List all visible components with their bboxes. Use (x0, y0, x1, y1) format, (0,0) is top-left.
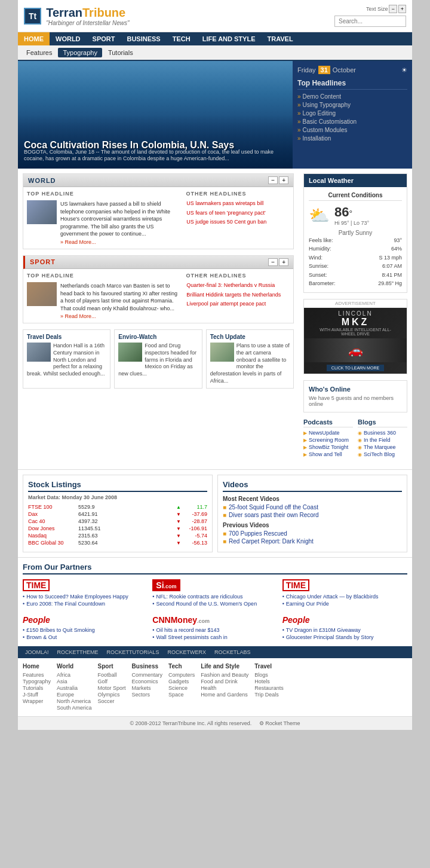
nav-life-style[interactable]: LIFE AND STYLE (196, 32, 262, 45)
footer-rocketlabs[interactable]: ROCKETLABS (212, 649, 253, 655)
footer-science[interactable]: Science (168, 685, 195, 691)
nav-home[interactable]: HOME (18, 32, 50, 45)
world-expand-btn[interactable]: + (279, 176, 288, 184)
footer-hotels[interactable]: Hotels (254, 678, 284, 684)
partner-cnn-link-2[interactable]: Wall Street pessimists cash in (152, 634, 277, 640)
blog-4[interactable]: ◉SciTech Blog (358, 451, 407, 457)
footer-features[interactable]: Features (23, 672, 51, 678)
world-other-1[interactable]: US lawmakers pass wiretaps bill (186, 200, 290, 207)
nav-world[interactable]: WORLD (50, 32, 87, 45)
footer-typography[interactable]: Typography (23, 678, 51, 684)
video-recent-2[interactable]: ■Diver soars past their own Record (223, 512, 402, 518)
footer-space[interactable]: Space (168, 692, 195, 698)
footer-restaurants[interactable]: Restaurants (254, 685, 284, 691)
footer-rockettheme[interactable]: ROCKETTHEME (55, 649, 101, 655)
footer-rockettutorials[interactable]: ROCKETTUTORIALS (105, 649, 162, 655)
footer-food[interactable]: Food and Drink (201, 678, 248, 684)
footer-home-gardens[interactable]: Home and Gardens (201, 692, 248, 698)
footer-golf[interactable]: Golf (98, 678, 126, 684)
partner-si-link-2[interactable]: Second Round of the U.S. Women's Open (152, 601, 277, 607)
nav-business[interactable]: BUSINESS (121, 32, 166, 45)
partner-people-link-2[interactable]: Brown & Out (23, 634, 148, 640)
partner-time-link-1[interactable]: How to Succeed? Make Employees Happy (23, 594, 148, 600)
blog-1[interactable]: ◉Business 360 (358, 430, 407, 436)
temp-unit: ° (349, 209, 352, 218)
partner-cnn-link-1[interactable]: Oil hits a record near $143 (152, 627, 277, 633)
footer-soccer[interactable]: Soccer (98, 698, 126, 704)
footer-europe[interactable]: Europe (57, 692, 92, 698)
time-logo-2: TIME (282, 579, 309, 591)
partner-si-link-1[interactable]: NFL: Rookie contracts are ridiculous (152, 594, 277, 600)
footer-south-america[interactable]: South America (57, 705, 92, 711)
podcast-2[interactable]: ▶Screening Room (303, 437, 353, 443)
sport-collapse-btn[interactable]: − (268, 258, 278, 266)
video-prev-2[interactable]: ■Red Carpet Report: Dark Knight (223, 538, 402, 545)
sport-other-3[interactable]: Liverpool pair attempt peace pact (186, 301, 290, 308)
nav-tech[interactable]: TECH (167, 32, 196, 45)
partner-time-link-2[interactable]: Euro 2008: The Final Countdown (23, 601, 148, 607)
sport-other-1[interactable]: Quarter-final 3: Netherlands v Russia (186, 282, 290, 289)
text-decrease-button[interactable]: − (389, 5, 397, 13)
video-recent-1[interactable]: ■25-foot Squid Found off the Coast (223, 504, 402, 511)
sub-nav-typography[interactable]: Typography (58, 48, 102, 57)
sport-other-2[interactable]: Brilliant Hiddink targets the Netherland… (186, 292, 290, 299)
podcast-4[interactable]: ▶Show and Tell (303, 451, 353, 457)
sub-nav-tutorials[interactable]: Tutorials (103, 48, 138, 57)
video-prev-1[interactable]: ■700 Puppies Rescued (223, 530, 402, 537)
world-other-2[interactable]: US fears of teen 'pregnancy pact' (186, 210, 290, 217)
nav-travel[interactable]: TRAVEL (261, 32, 299, 45)
world-read-more[interactable]: Read More... (60, 239, 96, 245)
footer-wrapper[interactable]: Wrapper (23, 698, 51, 704)
podcast-1[interactable]: ▶NewsUpdate (303, 430, 353, 436)
footer-gadgets[interactable]: Gadgets (168, 678, 195, 684)
footer-col-business: Business Commentary Economics Markets Se… (132, 663, 163, 711)
footer-rocketwerx[interactable]: ROCKETWERX (165, 649, 208, 655)
footer-economics[interactable]: Economics (132, 678, 163, 684)
footer-sectors[interactable]: Sectors (132, 692, 163, 698)
sport-expand-btn[interactable]: + (279, 258, 288, 266)
sport-read-more[interactable]: Read More... (60, 313, 96, 319)
ad-box: ADVERTISEMENT LINCOLN MKZ WITH AVAILABLE… (303, 299, 407, 374)
weather-title: Local Weather (304, 174, 407, 187)
footer-africa[interactable]: Africa (57, 672, 92, 678)
search-input[interactable] (334, 16, 406, 27)
headline-install: Installation (297, 135, 407, 142)
blog-3[interactable]: ◉The Marquee (358, 444, 407, 450)
world-collapse-btn[interactable]: − (268, 176, 278, 184)
footer-asia[interactable]: Asia (57, 678, 92, 684)
footer-joomla[interactable]: JOOMLA! (23, 649, 51, 655)
footer-fashion[interactable]: Fashion and Beauty (201, 672, 248, 678)
footer-trip-deals[interactable]: Trip Deals (254, 692, 284, 698)
bottom-section: Stock Listings Market Data: Monday 30 Ju… (18, 469, 412, 557)
footer-computers[interactable]: Computers (168, 672, 195, 678)
footer-australia[interactable]: Australia (57, 685, 92, 691)
footer-north-america[interactable]: North America (57, 698, 92, 704)
footer-football[interactable]: Football (98, 672, 126, 678)
sub-nav-features[interactable]: Features (22, 48, 57, 57)
world-col-headers: TOP HEADLINE OTHER HEADLINES (27, 191, 290, 197)
footer-blogs[interactable]: Blogs (254, 672, 284, 678)
partner-people2-link-2[interactable]: Gloucester Principal Stands by Story (282, 634, 407, 640)
footer-markets[interactable]: Markets (132, 685, 163, 691)
footer-motor-sport[interactable]: Motor Sport (98, 685, 126, 691)
logo-initials: Tt (29, 11, 36, 21)
sport-main-text: Netherlands coach Marco van Basten is se… (60, 282, 182, 312)
blog-2[interactable]: ◉In the Field (358, 437, 407, 443)
world-other-3[interactable]: US judge issues 50 Cent gun ban (186, 219, 290, 226)
nav-sport[interactable]: SPORT (87, 32, 121, 45)
text-increase-button[interactable]: + (398, 5, 406, 13)
footer-olympics[interactable]: Olympics (98, 692, 126, 698)
ad-cta-button[interactable]: CLICK TO LEARN MORE (327, 365, 384, 371)
footer-health[interactable]: Health (201, 685, 248, 691)
podcast-3[interactable]: ▶ShowBiz Tonight (303, 444, 353, 450)
partner-people-link-1[interactable]: £150 Bribes to Quit Smoking (23, 627, 148, 633)
footer-tutorials[interactable]: Tutorials (23, 685, 51, 691)
footer-jstuff[interactable]: J-Stuff (23, 692, 51, 698)
footer-business-title: Business (132, 663, 163, 670)
stocks-section: Stock Listings Market Data: Monday 30 Ju… (23, 475, 213, 552)
date-month: October (333, 66, 356, 74)
partner-time2-link-2[interactable]: Earning Our Pride (282, 601, 407, 607)
footer-commentary[interactable]: Commentary (132, 672, 163, 678)
partner-people2-link-1[interactable]: TV Dragon in £310M Giveaway (282, 627, 407, 633)
partner-time2-link-1[interactable]: Chicago Under Attack — by Blackbirds (282, 594, 407, 600)
